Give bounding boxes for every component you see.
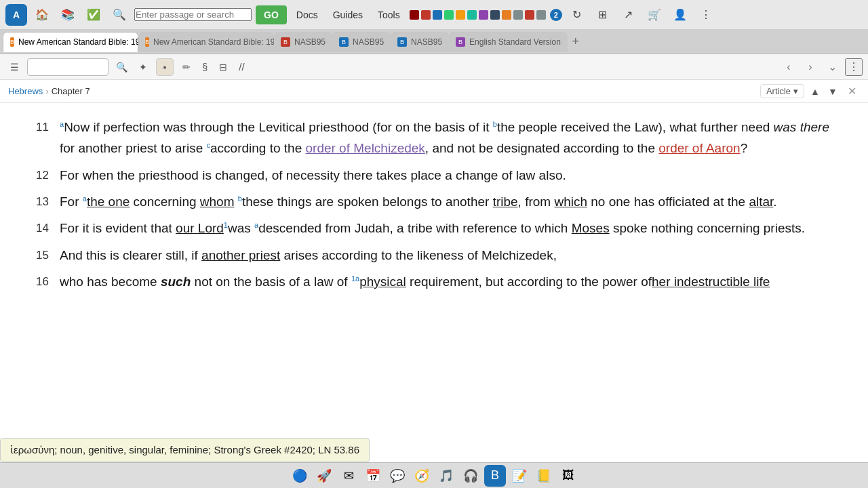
- verse-text-15: And this is clearer still, if another pr…: [60, 245, 841, 266]
- add-tab-button[interactable]: +: [568, 34, 584, 50]
- close-panel-button[interactable]: ✕: [844, 83, 860, 100]
- tab-nasb95-2[interactable]: B NASB95: [332, 32, 391, 52]
- docs-link[interactable]: Docs: [291, 7, 323, 23]
- verse-14: 14 For it is evident that our Lord1was a…: [27, 218, 841, 239]
- bible-content[interactable]: 11 aNow if perfection was through the Le…: [0, 103, 868, 462]
- article-dropdown[interactable]: Article ▾: [760, 84, 804, 98]
- second-toolbar: ☰ Hebrews 7:12 🔍 ✦ ▪ ✏ § ⊟ // ‹ › ⌄ ⋮: [0, 54, 868, 80]
- scroll-up-button[interactable]: ▲: [807, 83, 823, 100]
- link-the-one[interactable]: the one: [87, 195, 130, 209]
- sup-ref-11a[interactable]: a: [60, 120, 64, 128]
- color-swatch-9[interactable]: [502, 10, 511, 20]
- color-swatch-4[interactable]: [444, 10, 454, 20]
- more-button[interactable]: ⋮: [695, 4, 717, 26]
- link-physical[interactable]: physical: [359, 274, 406, 289]
- tab-nasb95-3[interactable]: B NASB95: [391, 32, 449, 52]
- passage-search-button[interactable]: 🔍: [113, 58, 130, 76]
- refresh-button[interactable]: ↻: [566, 4, 588, 26]
- tools-link[interactable]: Tools: [372, 7, 406, 23]
- layout-columns-button[interactable]: ⊟: [214, 58, 232, 76]
- app-icon[interactable]: A: [5, 4, 27, 26]
- expand-button[interactable]: ⌄: [823, 58, 841, 76]
- info-button[interactable]: ✦: [134, 58, 152, 76]
- tab-nasb-1[interactable]: B New American Standard Bible: 1995 Upda…: [3, 32, 138, 52]
- export-button[interactable]: ↗: [618, 4, 639, 26]
- sidebar-toggle[interactable]: ☰: [5, 58, 23, 76]
- tab-icon-4: B: [339, 37, 349, 47]
- layout-button[interactable]: ⊞: [592, 4, 614, 26]
- article-label: Article: [766, 86, 791, 96]
- breadcrumb-chapter: Chapter 7: [52, 86, 90, 96]
- verse-number-12: 12: [27, 165, 49, 186]
- color-swatch-1[interactable]: [410, 10, 419, 20]
- sup-ref-16-1a[interactable]: 1a: [351, 274, 359, 283]
- verse-16-italic-such: such: [161, 274, 191, 289]
- color-swatch-12[interactable]: [536, 10, 546, 20]
- sup-ref-14-1[interactable]: 1: [224, 221, 228, 229]
- home-button[interactable]: 🏠: [31, 4, 53, 26]
- tab-icon-3: B: [281, 37, 290, 47]
- link-altar[interactable]: altar: [749, 195, 773, 209]
- verse-number-14: 14: [27, 218, 49, 239]
- sup-ref-11b[interactable]: b: [493, 120, 497, 128]
- bookmark-button[interactable]: ✅: [83, 4, 104, 26]
- notification-badge[interactable]: 2: [550, 9, 562, 21]
- parallel-marker[interactable]: //: [236, 60, 247, 74]
- breadcrumb-hebrews-link[interactable]: Hebrews: [8, 86, 43, 96]
- scroll-arrows: ▲ ▼: [807, 83, 841, 100]
- verse-text-11: aNow if perfection was through the Levit…: [60, 117, 841, 159]
- main-toolbar: A 🏠 📚 ✅ 🔍 GO Docs Guides Tools 2 ↻ ⊞ ↗ 🛒…: [0, 0, 868, 30]
- link-which[interactable]: which: [554, 195, 587, 209]
- link-order-aaron[interactable]: order of Aaron: [658, 141, 740, 155]
- link-our-lord[interactable]: our Lord: [176, 221, 224, 235]
- next-chapter-button[interactable]: ›: [802, 58, 819, 76]
- link-moses[interactable]: Moses: [572, 221, 610, 235]
- tab-nasb-2[interactable]: B New American Standard Bible: 1995 Upda…: [138, 32, 274, 52]
- search-input[interactable]: [134, 8, 252, 21]
- highlight-button[interactable]: ▪: [156, 58, 174, 76]
- library-button[interactable]: 📚: [57, 4, 79, 26]
- color-swatch-7[interactable]: [479, 10, 488, 20]
- link-whom[interactable]: whom: [200, 195, 235, 209]
- color-swatch-3[interactable]: [433, 10, 442, 20]
- tab-icon-2: B: [145, 37, 149, 47]
- link-order-melchizedek[interactable]: order of Melchizedek: [305, 141, 425, 155]
- sup-ref-14a[interactable]: a: [254, 221, 258, 229]
- verse-number-16: 16: [27, 271, 49, 292]
- section-mark-icon[interactable]: §: [199, 60, 210, 74]
- tab-bar: B New American Standard Bible: 1995 Upda…: [0, 30, 868, 54]
- content-menu-button[interactable]: ⋮: [845, 58, 863, 76]
- prev-chapter-button[interactable]: ‹: [780, 58, 797, 76]
- color-swatch-2[interactable]: [421, 10, 431, 20]
- verse-text-14: For it is evident that our Lord1was ades…: [60, 218, 841, 239]
- tab-icon-5: B: [397, 37, 407, 47]
- scroll-down-button[interactable]: ▼: [825, 83, 841, 100]
- verse-13: 13 For athe one concerning whom bthese t…: [27, 191, 841, 212]
- link-another-priest[interactable]: another priest: [201, 248, 280, 262]
- color-swatch-8[interactable]: [490, 10, 500, 20]
- color-swatch-6[interactable]: [467, 10, 477, 20]
- tab-label-6: English Standard Version: [469, 37, 561, 47]
- guides-link[interactable]: Guides: [328, 7, 368, 23]
- tab-esv[interactable]: B English Standard Version: [449, 32, 568, 52]
- pencil-button[interactable]: ✏: [178, 58, 195, 76]
- passage-input[interactable]: Hebrews 7:12: [27, 58, 108, 76]
- tooltip-text: ἱερωσύνη; noun, genitive, singular, femi…: [10, 444, 359, 455]
- sup-ref-11c[interactable]: c: [207, 141, 211, 149]
- verse-number-13: 13: [27, 191, 49, 212]
- verse-text-13: For athe one concerning whom bthese thin…: [60, 191, 841, 212]
- color-swatch-10[interactable]: [513, 10, 523, 20]
- search-icon-button[interactable]: 🔍: [108, 4, 130, 26]
- color-swatch-11[interactable]: [525, 10, 534, 20]
- color-swatch-5[interactable]: [456, 10, 465, 20]
- link-indestructible-life[interactable]: her indestructible life: [652, 274, 770, 289]
- account-button[interactable]: 👤: [669, 4, 691, 26]
- cart-button[interactable]: 🛒: [644, 4, 665, 26]
- go-button[interactable]: GO: [256, 5, 287, 24]
- tab-nasb95-1[interactable]: B NASB95: [274, 32, 332, 52]
- link-tribe-13[interactable]: tribe: [493, 195, 518, 209]
- tab-label-4: NASB95: [353, 37, 384, 47]
- verse-text-16: who has become such not on the basis of …: [60, 271, 841, 292]
- verse-number-11: 11: [27, 117, 49, 159]
- sup-ref-13b[interactable]: b: [238, 195, 242, 203]
